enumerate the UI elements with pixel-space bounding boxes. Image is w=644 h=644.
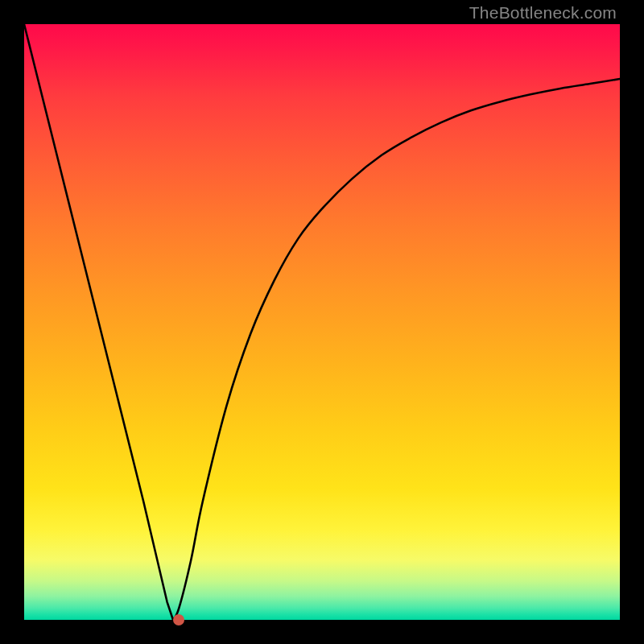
watermark-text: TheBottleneck.com xyxy=(469,3,617,23)
plot-area xyxy=(24,24,620,620)
bottleneck-curve xyxy=(24,24,620,620)
optimal-point-marker xyxy=(173,614,184,625)
chart-frame: TheBottleneck.com xyxy=(0,0,644,644)
